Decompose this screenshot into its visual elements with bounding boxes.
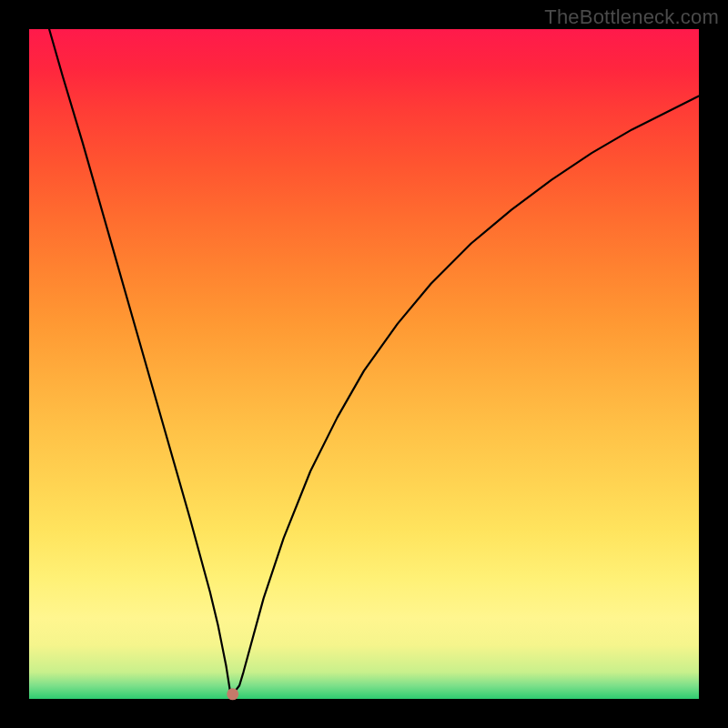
- plot-area: [29, 29, 699, 699]
- bottleneck-marker: [227, 688, 238, 700]
- watermark-text: TheBottleneck.com: [544, 5, 719, 29]
- chart-svg: [29, 29, 699, 699]
- bottleneck-curve: [49, 29, 699, 691]
- chart-frame: TheBottleneck.com: [0, 0, 728, 728]
